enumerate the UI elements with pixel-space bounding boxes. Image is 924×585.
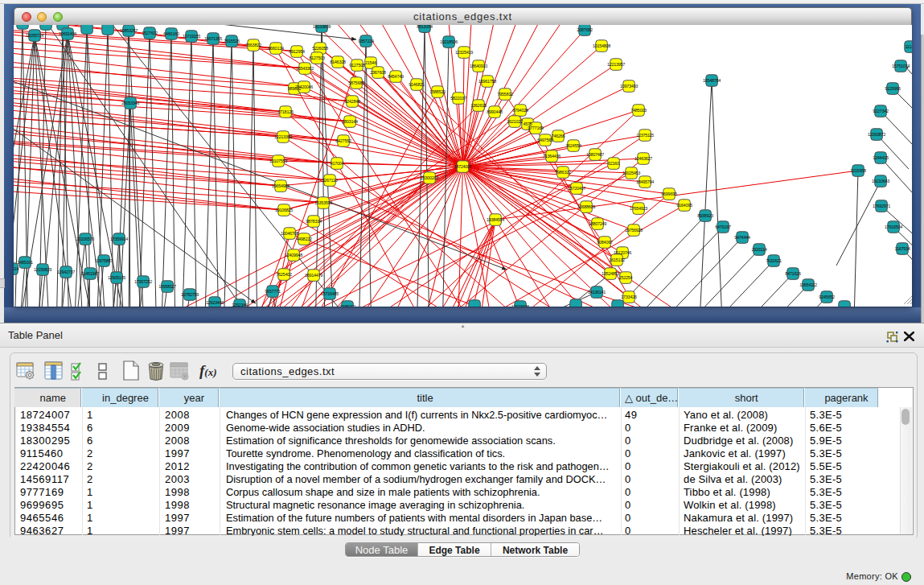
svg-text:2367608: 2367608 [370,70,386,75]
svg-text:15716485: 15716485 [321,291,339,296]
svg-text:2933114: 2933114 [752,247,767,252]
svg-text:15720407: 15720407 [568,186,585,191]
svg-text:1167534: 1167534 [895,246,910,251]
svg-text:19106825: 19106825 [275,208,293,212]
svg-text:4498222: 4498222 [296,237,312,241]
svg-text:6466160: 6466160 [163,31,179,36]
svg-text:9242848: 9242848 [344,99,360,104]
svg-text:1244415: 1244415 [873,155,889,160]
svg-text:10853267: 10853267 [120,28,138,33]
svg-text:12023445: 12023445 [511,304,529,307]
svg-text:1485001: 1485001 [17,260,33,265]
svg-text:18724007: 18724007 [454,164,471,169]
svg-text:12156829: 12156829 [34,267,51,272]
svg-text:3267110: 3267110 [322,178,338,183]
svg-text:9245012: 9245012 [339,304,355,307]
svg-text:16055724: 16055724 [26,33,43,38]
svg-text:252254: 252254 [619,275,633,280]
svg-text:391514: 391514 [14,266,19,271]
svg-text:2718126: 2718126 [277,109,294,114]
svg-text:9777169: 9777169 [528,126,544,130]
svg-text:17359914: 17359914 [110,237,128,241]
svg-text:6479197: 6479197 [715,225,731,229]
svg-text:9660124: 9660124 [268,46,284,51]
svg-text:18495794: 18495794 [636,179,654,184]
svg-text:9129966: 9129966 [885,86,901,91]
svg-text:8454749: 8454749 [388,74,404,79]
svg-text:8427552: 8427552 [335,138,351,143]
svg-text:13524851: 13524851 [602,271,619,276]
svg-text:1621022: 1621022 [507,119,523,124]
svg-text:7955812: 7955812 [497,92,513,97]
svg-text:8990448: 8990448 [487,109,503,114]
svg-text:19384554: 19384554 [487,217,504,222]
svg-text:20206570: 20206570 [76,237,94,241]
svg-text:16210643: 16210643 [872,179,889,183]
svg-text:1362615: 1362615 [470,103,487,108]
svg-text:7515526: 7515526 [224,39,240,43]
svg-text:10782759: 10782759 [181,292,199,297]
svg-text:8146328: 8146328 [330,60,346,64]
svg-text:10025453: 10025453 [622,171,640,175]
svg-text:17692971: 17692971 [873,204,890,208]
svg-text:12923446: 12923446 [206,300,224,305]
svg-text:9474444: 9474444 [734,235,750,240]
svg-text:12213957: 12213957 [607,62,625,67]
svg-text:5875685: 5875685 [348,80,364,85]
svg-text:19218506: 19218506 [440,39,458,44]
svg-text:11451947: 11451947 [81,271,99,276]
svg-text:16033809: 16033809 [313,25,331,29]
svg-text:18640910: 18640910 [470,64,487,68]
svg-text:10654112: 10654112 [799,282,817,287]
svg-text:9357224: 9357224 [358,39,374,43]
svg-text:9227342: 9227342 [873,109,889,113]
svg-text:16120746: 16120746 [614,250,631,255]
svg-text:25300203: 25300203 [421,175,438,180]
svg-text:5226058: 5226058 [312,46,328,51]
svg-text:10975887: 10975887 [95,258,113,263]
svg-text:17957252: 17957252 [134,279,152,284]
svg-text:9084067: 9084067 [597,240,613,245]
svg-text:6794028: 6794028 [512,108,528,113]
svg-text:62160: 62160 [608,161,619,166]
svg-text:10107553: 10107553 [269,159,287,163]
svg-text:16548784: 16548784 [703,78,721,83]
svg-text:17916504: 17916504 [885,225,902,229]
svg-text:12905135: 12905135 [108,275,125,280]
svg-text:10154808: 10154808 [593,43,610,48]
svg-text:8938923: 8938923 [697,213,713,218]
svg-text:17654923: 17654923 [630,206,647,211]
svg-text:21546: 21546 [365,60,376,65]
svg-text:7986322: 7986322 [555,170,571,175]
svg-text:746266: 746266 [552,134,565,138]
svg-text:10688609: 10688609 [577,204,595,209]
svg-text:9245652: 9245652 [819,295,835,299]
svg-text:9164095: 9164095 [676,203,692,208]
svg-text:9657771: 9657771 [265,289,281,294]
svg-text:21364436: 21364436 [543,154,561,159]
svg-text:9699695: 9699695 [661,192,677,196]
svg-text:23420046: 23420046 [295,84,313,89]
svg-text:417004: 417004 [331,161,344,166]
svg-text:1733426: 1733426 [621,295,637,299]
svg-text:12325419: 12325419 [455,50,473,55]
svg-text:9878334: 9878334 [306,219,322,224]
svg-text:6497568: 6497568 [537,138,553,142]
svg-text:28053346: 28053346 [121,101,139,105]
svg-text:7632621: 7632621 [766,258,782,263]
svg-text:3215958: 3215958 [850,168,866,173]
svg-text:3624554: 3624554 [565,143,581,148]
svg-text:15353593: 15353593 [314,200,332,205]
svg-text:2803144: 2803144 [342,119,358,124]
svg-text:1615132: 1615132 [609,257,625,262]
svg-text:15751074: 15751074 [892,64,910,68]
svg-text:16543362: 16543362 [296,66,314,71]
svg-text:19756928: 19756928 [625,228,643,233]
svg-text:16914479: 16914479 [305,273,322,278]
svg-text:5822037: 5822037 [450,96,466,101]
svg-text:20691406: 20691406 [59,31,76,36]
svg-text:10973493: 10973493 [620,84,638,89]
svg-text:16961758: 16961758 [478,79,496,84]
svg-text:12093872: 12093872 [868,132,885,137]
svg-text:12375115: 12375115 [636,133,654,138]
